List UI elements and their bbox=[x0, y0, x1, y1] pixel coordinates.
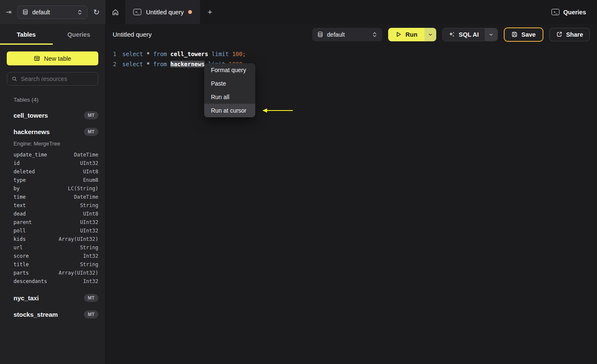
table-row-cell-towers[interactable]: cell_towers MT bbox=[14, 111, 98, 119]
query-terminal-icon: >_ bbox=[133, 9, 141, 15]
new-table-button[interactable]: New table bbox=[7, 51, 98, 65]
home-button[interactable] bbox=[105, 0, 125, 24]
sql-table-name: cell_towers bbox=[170, 51, 208, 57]
tables-section-title: Tables (4) bbox=[14, 97, 98, 103]
table-row-stocks-stream[interactable]: stocks_stream MT bbox=[14, 310, 98, 318]
database-icon bbox=[317, 31, 323, 38]
menu-item-run-all[interactable]: Run all bbox=[204, 90, 255, 104]
toolbar-database-value: default bbox=[327, 31, 345, 38]
sql-keyword: select bbox=[122, 61, 143, 67]
database-selector[interactable]: default bbox=[17, 5, 87, 19]
database-selector-value: default bbox=[32, 9, 50, 16]
column-name: update_time bbox=[14, 151, 47, 159]
column-row: deletedUInt8 bbox=[14, 167, 98, 176]
sql-ai-caret[interactable] bbox=[485, 28, 497, 41]
column-row: kidsArray(UInt32) bbox=[14, 235, 98, 243]
chevron-down-icon bbox=[428, 32, 433, 37]
column-row: idUInt32 bbox=[14, 159, 98, 167]
column-row: titleString bbox=[14, 260, 98, 269]
refresh-icon[interactable]: ↻ bbox=[93, 8, 100, 17]
table-name: cell_towers bbox=[14, 112, 48, 119]
sql-table-name-selected: hackernews bbox=[170, 61, 205, 67]
sql-ai-button[interactable]: SQL AI bbox=[443, 28, 485, 41]
chevron-updown-icon bbox=[77, 9, 82, 15]
code-line-1[interactable]: 1 select * from cell_towers limit 100; bbox=[105, 49, 597, 59]
unsaved-changes-dot bbox=[188, 10, 192, 14]
top-bar: ⇥ default ↻ >_ Untitled query + bbox=[0, 0, 597, 24]
column-name: time bbox=[14, 193, 26, 201]
column-name: descendants bbox=[14, 277, 47, 286]
share-button-label: Share bbox=[566, 31, 583, 38]
menu-item-format-query[interactable]: Format query bbox=[204, 63, 255, 77]
column-name: title bbox=[14, 260, 29, 269]
play-icon bbox=[395, 31, 402, 38]
search-icon bbox=[12, 76, 17, 82]
table-row-nyc-taxi[interactable]: nyc_taxi MT bbox=[14, 294, 98, 302]
column-row: byLC(String) bbox=[14, 184, 98, 193]
sidebar-tab-tables[interactable]: Tables bbox=[0, 24, 53, 45]
column-type: Array(UInt32) bbox=[59, 269, 98, 277]
share-icon bbox=[556, 31, 562, 38]
column-type: UInt8 bbox=[83, 210, 98, 218]
code-line-2[interactable]: 2 select * from hackernews limit 1000 bbox=[105, 59, 597, 69]
column-type: String bbox=[80, 243, 98, 252]
column-type: String bbox=[80, 201, 98, 210]
toolbar-database-selector[interactable]: default bbox=[312, 28, 382, 41]
run-button[interactable]: Run bbox=[388, 28, 424, 41]
save-button-label: Save bbox=[521, 31, 536, 38]
engine-badge: MT bbox=[84, 111, 98, 119]
column-type: UInt32 bbox=[80, 218, 98, 226]
engine-badge: MT bbox=[84, 294, 98, 302]
annotation-arrow bbox=[262, 108, 293, 113]
engine-badge: MT bbox=[84, 310, 98, 318]
search-resources-input[interactable] bbox=[21, 75, 93, 82]
sql-keyword: limit bbox=[211, 51, 229, 57]
engine-detail: Engine: MergeTree bbox=[14, 140, 98, 147]
table-icon bbox=[34, 55, 40, 62]
sql-editor[interactable]: 1 select * from cell_towers limit 100; 2… bbox=[105, 45, 597, 364]
column-name: dead bbox=[14, 210, 26, 218]
table-name: hackernews bbox=[14, 128, 50, 135]
chevron-down-icon bbox=[489, 32, 494, 37]
column-name: score bbox=[14, 252, 29, 260]
home-icon bbox=[112, 8, 119, 16]
column-name: by bbox=[14, 184, 19, 193]
table-name: stocks_stream bbox=[14, 311, 58, 318]
tab-label: Untitled query bbox=[146, 9, 184, 16]
column-name: poll bbox=[14, 226, 26, 235]
sql-ai-label: SQL AI bbox=[459, 31, 479, 38]
column-type: Int32 bbox=[83, 277, 98, 286]
column-type: LC(String) bbox=[68, 184, 98, 193]
sql-ai-split-button: SQL AI bbox=[442, 28, 498, 41]
column-name: deleted bbox=[14, 167, 35, 176]
run-split-button: Run bbox=[388, 28, 436, 41]
menu-item-paste[interactable]: Paste bbox=[204, 77, 255, 90]
save-button[interactable]: Save bbox=[504, 27, 543, 42]
table-row-hackernews[interactable]: hackernews MT bbox=[14, 128, 98, 136]
column-type: UInt8 bbox=[83, 167, 98, 176]
line-number: 2 bbox=[105, 59, 116, 69]
query-title: Untitled query bbox=[113, 31, 152, 38]
column-row: partsArray(UInt32) bbox=[14, 269, 98, 277]
column-row: parentUInt32 bbox=[14, 218, 98, 226]
new-tab-button[interactable]: + bbox=[200, 0, 219, 24]
column-row: descendantsInt32 bbox=[14, 277, 98, 286]
sql-keyword: from bbox=[153, 51, 167, 57]
tab-untitled-query[interactable]: >_ Untitled query bbox=[125, 0, 200, 24]
sql-keyword: from bbox=[153, 61, 167, 67]
engine-badge: MT bbox=[84, 128, 98, 136]
sql-number: 100; bbox=[232, 51, 246, 57]
sidebar-tab-queries[interactable]: Queries bbox=[53, 24, 105, 45]
search-resources-box[interactable] bbox=[7, 72, 98, 86]
collapse-sidebar-icon[interactable]: ⇥ bbox=[6, 8, 11, 16]
resources-sidebar: New table Tables (4) cell_towers MT hack… bbox=[0, 45, 105, 364]
column-list: update_timeDateTime idUInt32 deletedUInt… bbox=[14, 151, 98, 286]
menu-item-run-at-cursor[interactable]: Run at cursor bbox=[204, 104, 255, 117]
column-type: Enum8 bbox=[83, 176, 98, 184]
share-button[interactable]: Share bbox=[549, 28, 590, 41]
queries-button[interactable]: >_ Queries bbox=[540, 0, 597, 24]
run-options-caret[interactable] bbox=[424, 28, 436, 41]
column-name: kids bbox=[14, 235, 26, 243]
column-name: id bbox=[14, 159, 19, 167]
tab-strip: >_ Untitled query + >_ Queries bbox=[105, 0, 597, 24]
